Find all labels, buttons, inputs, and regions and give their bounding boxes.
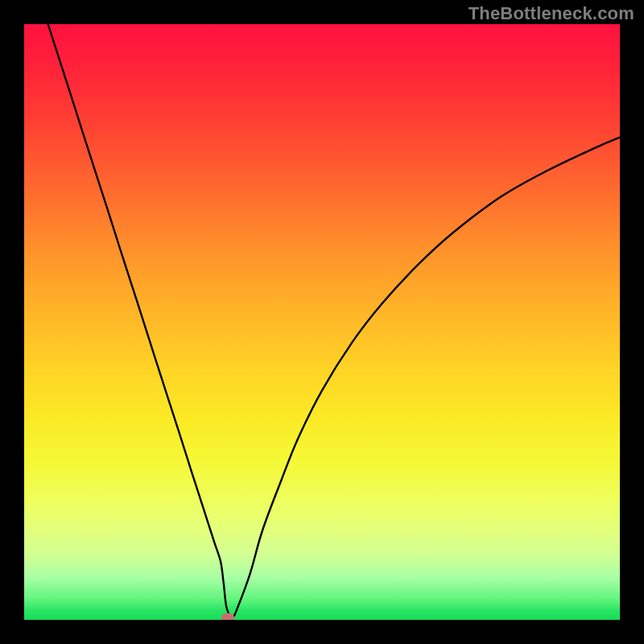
bottleneck-curve bbox=[48, 24, 620, 617]
curve-svg bbox=[24, 24, 620, 620]
watermark-text: TheBottleneck.com bbox=[469, 3, 634, 24]
minimum-marker bbox=[221, 613, 234, 620]
plot-area bbox=[24, 24, 620, 620]
chart-frame: TheBottleneck.com bbox=[0, 0, 644, 644]
